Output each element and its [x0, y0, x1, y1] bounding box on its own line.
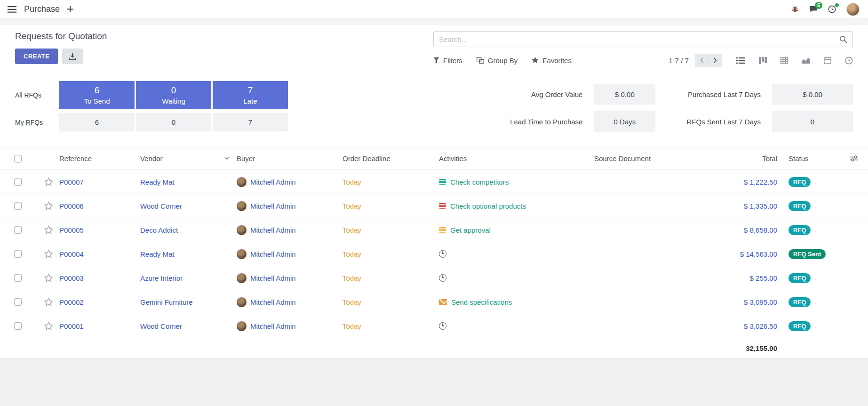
- table-row[interactable]: P00001 Wood Corner Mitchell Admin Today …: [0, 314, 868, 338]
- row-checkbox[interactable]: [14, 226, 22, 234]
- activity-cell[interactable]: [439, 322, 594, 330]
- vendor-link[interactable]: Ready Mat: [140, 178, 175, 186]
- activity-cell[interactable]: [439, 274, 594, 282]
- reference-link[interactable]: P00007: [59, 178, 84, 186]
- buyer-avatar: [237, 201, 247, 211]
- calendar-view-icon[interactable]: [824, 57, 831, 64]
- export-button[interactable]: [62, 49, 83, 64]
- app-title[interactable]: Purchase: [24, 4, 60, 14]
- activity-cell[interactable]: Check optional products: [439, 202, 594, 210]
- rfqs-sent-last-7-days[interactable]: 0: [772, 111, 853, 132]
- debug-bug-icon[interactable]: [791, 6, 799, 13]
- row-checkbox[interactable]: [14, 250, 22, 258]
- favorites-button[interactable]: Favorites: [532, 57, 572, 65]
- create-button[interactable]: CREATE: [15, 49, 58, 64]
- vendor-link[interactable]: Wood Corner: [140, 202, 182, 210]
- row-checkbox[interactable]: [14, 274, 22, 282]
- list-view-icon[interactable]: [736, 57, 745, 64]
- reference-link[interactable]: P00001: [59, 322, 84, 330]
- pager-range[interactable]: 1-7 / 7: [669, 57, 689, 65]
- header-status[interactable]: Status: [781, 154, 840, 162]
- activity-cell[interactable]: Check competitors: [439, 178, 594, 186]
- vendor-link[interactable]: Wood Corner: [140, 322, 182, 330]
- favorite-star-icon[interactable]: [44, 298, 53, 306]
- chevron-down-icon[interactable]: [224, 157, 229, 160]
- user-avatar[interactable]: [846, 3, 860, 16]
- group-by-button[interactable]: Group By: [477, 57, 518, 65]
- header-vendor[interactable]: Vendor: [140, 154, 237, 162]
- buyer-link[interactable]: Mitchell Admin: [250, 226, 296, 234]
- row-checkbox[interactable]: [14, 322, 22, 330]
- activity-view-icon[interactable]: [845, 57, 853, 65]
- vendor-link[interactable]: Deco Addict: [140, 226, 178, 234]
- avg-order-value[interactable]: $ 0.00: [594, 84, 655, 105]
- header-source-document[interactable]: Source Document: [594, 154, 701, 162]
- row-checkbox[interactable]: [14, 202, 22, 210]
- purchase-dashboard: All RFQs 6 To Send 0 Waiting 7 Late: [0, 69, 868, 141]
- table-row[interactable]: P00005 Deco Addict Mitchell Admin Today …: [0, 218, 868, 242]
- favorite-star-icon[interactable]: [44, 202, 53, 210]
- vendor-link[interactable]: Azure Interior: [140, 274, 183, 282]
- favorite-star-icon[interactable]: [44, 250, 53, 258]
- activity-cell[interactable]: Send specifications: [439, 298, 594, 306]
- buyer-link[interactable]: Mitchell Admin: [250, 250, 296, 258]
- activities-clock-icon[interactable]: [828, 5, 836, 13]
- reference-link[interactable]: P00003: [59, 274, 84, 282]
- pivot-view-icon[interactable]: [780, 57, 788, 64]
- pager-next-button[interactable]: [709, 54, 722, 67]
- kpi-grid: Avg Order Value $ 0.00 Purchased Last 7 …: [510, 84, 853, 132]
- favorite-star-icon[interactable]: [44, 178, 53, 186]
- optional-columns-icon[interactable]: [840, 155, 868, 162]
- tile-late[interactable]: 7 Late: [213, 81, 288, 109]
- search-input[interactable]: [439, 35, 839, 43]
- select-all-checkbox[interactable]: [14, 155, 22, 162]
- plus-icon[interactable]: [67, 6, 73, 12]
- apps-menu-icon[interactable]: [8, 6, 16, 13]
- header-total[interactable]: Total: [701, 154, 781, 162]
- messages-icon[interactable]: 5: [809, 6, 818, 13]
- table-row[interactable]: P00004 Ready Mat Mitchell Admin Today $ …: [0, 242, 868, 266]
- row-checkbox[interactable]: [14, 298, 22, 306]
- lead-time-value[interactable]: 0 Days: [594, 111, 655, 132]
- table-row[interactable]: P00003 Azure Interior Mitchell Admin Tod…: [0, 266, 868, 290]
- buyer-link[interactable]: Mitchell Admin: [250, 178, 296, 186]
- graph-view-icon[interactable]: [802, 57, 810, 64]
- activity-summary: Check competitors: [450, 178, 509, 186]
- my-late-count[interactable]: 7: [213, 113, 288, 131]
- kanban-view-icon[interactable]: [759, 57, 767, 64]
- vendor-link[interactable]: Ready Mat: [140, 250, 175, 258]
- buyer-link[interactable]: Mitchell Admin: [250, 322, 296, 330]
- reference-link[interactable]: P00004: [59, 250, 84, 258]
- table-row[interactable]: P00006 Wood Corner Mitchell Admin Today …: [0, 194, 868, 218]
- total-amount: $ 3,095.00: [744, 298, 777, 306]
- my-waiting-count[interactable]: 0: [136, 113, 211, 131]
- buyer-link[interactable]: Mitchell Admin: [250, 274, 296, 282]
- buyer-link[interactable]: Mitchell Admin: [250, 298, 296, 306]
- favorite-star-icon[interactable]: [44, 274, 53, 282]
- table-row[interactable]: P00007 Ready Mat Mitchell Admin Today Ch…: [0, 170, 868, 194]
- favorite-star-icon[interactable]: [44, 226, 53, 234]
- buyer-link[interactable]: Mitchell Admin: [250, 202, 296, 210]
- header-order-deadline[interactable]: Order Deadline: [342, 154, 439, 162]
- table-row[interactable]: P00002 Gemini Furniture Mitchell Admin T…: [0, 290, 868, 314]
- pager-previous-button[interactable]: [695, 54, 709, 67]
- header-activities[interactable]: Activities: [439, 154, 594, 162]
- row-checkbox[interactable]: [14, 178, 22, 186]
- search-icon[interactable]: [839, 35, 847, 43]
- favorite-star-icon[interactable]: [44, 322, 53, 330]
- filters-button[interactable]: Filters: [433, 57, 462, 65]
- activity-icon: [439, 179, 446, 185]
- reference-link[interactable]: P00005: [59, 226, 84, 234]
- my-to-send-count[interactable]: 6: [59, 113, 135, 131]
- header-buyer[interactable]: Buyer: [237, 154, 342, 162]
- status-badge: RFQ: [788, 297, 811, 307]
- tile-to-send[interactable]: 6 To Send: [59, 81, 135, 109]
- activity-cell[interactable]: Get approval: [439, 226, 594, 234]
- tile-waiting[interactable]: 0 Waiting: [136, 81, 211, 109]
- purchased-last-7-days[interactable]: $ 0.00: [772, 84, 853, 105]
- vendor-link[interactable]: Gemini Furniture: [140, 298, 193, 306]
- header-reference[interactable]: Reference: [59, 154, 140, 162]
- reference-link[interactable]: P00002: [59, 298, 84, 306]
- activity-cell[interactable]: [439, 250, 594, 258]
- reference-link[interactable]: P00006: [59, 202, 84, 210]
